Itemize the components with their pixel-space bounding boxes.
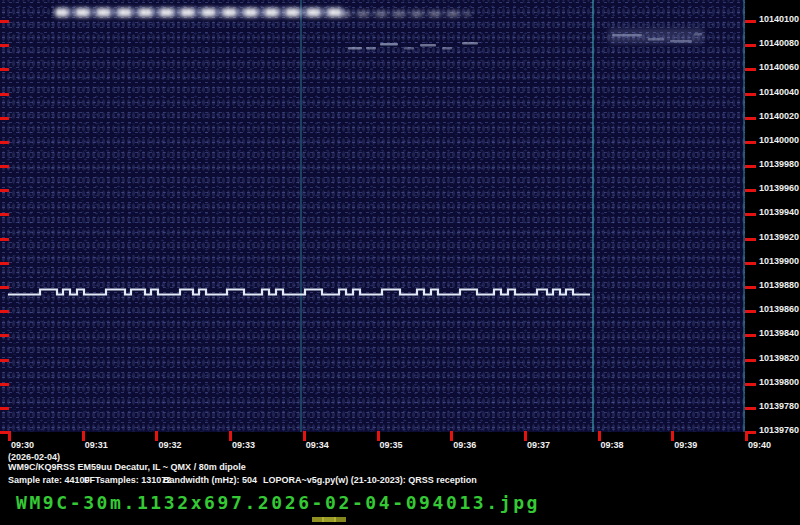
freq-tick-left bbox=[0, 68, 9, 71]
filename-caption: WM9C-30m.1132x697.2026-02-04-094013.jpg bbox=[16, 492, 540, 513]
fft-samples-label: FFTsamples: 131072 bbox=[84, 475, 171, 485]
freq-tick-left bbox=[0, 20, 9, 23]
freq-tick-label: 10139980 bbox=[759, 159, 799, 169]
date-label: (2026-02-04) bbox=[8, 452, 60, 462]
freq-tick-label: 10139900 bbox=[759, 256, 799, 266]
bandwidth-label: Bandwidth (mHz): 504 bbox=[163, 475, 257, 485]
freq-tick-right bbox=[745, 189, 756, 192]
time-tick-label: 09:30 bbox=[11, 440, 34, 450]
freq-tick-left bbox=[0, 117, 9, 120]
weak-cw-dash bbox=[380, 43, 398, 45]
weak-cw-dash bbox=[462, 42, 478, 44]
freq-tick-left bbox=[0, 93, 9, 96]
freq-tick-right bbox=[745, 213, 756, 216]
strong-carrier-smear bbox=[55, 8, 345, 17]
freq-tick-left bbox=[0, 262, 9, 265]
freq-tick-left bbox=[0, 238, 9, 241]
weak-cw-dash bbox=[348, 47, 362, 49]
freq-tick-right bbox=[745, 68, 756, 71]
freq-tick-label: 10140040 bbox=[759, 87, 799, 97]
time-tick-label: 09:39 bbox=[674, 440, 697, 450]
freq-tick-label: 10139920 bbox=[759, 232, 799, 242]
freq-tick-right bbox=[745, 310, 756, 313]
time-tick-label: 09:33 bbox=[232, 440, 255, 450]
weak-cw-dash bbox=[442, 47, 452, 49]
time-tick-label: 09:31 bbox=[85, 440, 108, 450]
freq-tick-label: 10139820 bbox=[759, 353, 799, 363]
freq-tick-left bbox=[0, 286, 9, 289]
freq-tick-right bbox=[745, 238, 756, 241]
freq-tick-left bbox=[0, 407, 9, 410]
freq-tick-left bbox=[0, 44, 9, 47]
signal-traces bbox=[0, 0, 745, 432]
main-fsk-cw-trace bbox=[8, 290, 590, 295]
freq-tick-label: 10139860 bbox=[759, 304, 799, 314]
software-version-label: LOPORA~v5g.py(w) (21-10-2023): QRSS rece… bbox=[263, 475, 477, 485]
freq-tick-left bbox=[0, 310, 9, 313]
weak-signal-smear bbox=[608, 28, 704, 44]
freq-tick-right bbox=[745, 407, 756, 410]
strong-carrier-smear-tail bbox=[340, 11, 470, 17]
freq-tick-left bbox=[0, 213, 9, 216]
time-tick-label: 09:38 bbox=[601, 440, 624, 450]
freq-tick-right bbox=[745, 359, 756, 362]
freq-tick-right bbox=[745, 117, 756, 120]
freq-tick-label: 10140020 bbox=[759, 111, 799, 121]
freq-tick-left bbox=[0, 334, 9, 337]
freq-tick-right bbox=[745, 334, 756, 337]
time-tick-label: 09:37 bbox=[527, 440, 550, 450]
freq-tick-right bbox=[745, 141, 756, 144]
freq-tick-label: 10140080 bbox=[759, 38, 799, 48]
time-tick-label: 09:35 bbox=[380, 440, 403, 450]
freq-tick-label: 10140060 bbox=[759, 62, 799, 72]
spectrogram-plot bbox=[0, 0, 745, 432]
freq-tick-label: 10139840 bbox=[759, 328, 799, 338]
highlight-artifact-bar bbox=[312, 517, 346, 522]
freq-tick-label: 10139880 bbox=[759, 280, 799, 290]
freq-tick-right bbox=[745, 262, 756, 265]
time-tick-label: 09:32 bbox=[158, 440, 181, 450]
time-tick-label: 09:40 bbox=[748, 440, 771, 450]
weak-cw-dash bbox=[404, 47, 414, 49]
freq-tick-right bbox=[745, 383, 756, 386]
time-tick-label: 09:36 bbox=[453, 440, 476, 450]
freq-tick-label: 10140000 bbox=[759, 135, 799, 145]
freq-tick-label: 10139760 bbox=[759, 425, 799, 435]
weak-cw-dash bbox=[366, 47, 376, 49]
freq-tick-right bbox=[745, 286, 756, 289]
freq-tick-left bbox=[0, 141, 9, 144]
station-description: WM9C/KQ9RSS EM59uu Decatur, IL ~ QMX / 8… bbox=[8, 462, 246, 472]
freq-tick-label: 10139940 bbox=[759, 207, 799, 217]
freq-tick-right bbox=[745, 44, 756, 47]
freq-tick-label: 10139800 bbox=[759, 377, 799, 387]
freq-tick-label: 10139780 bbox=[759, 401, 799, 411]
freq-tick-right bbox=[745, 165, 756, 168]
freq-tick-label: 10139960 bbox=[759, 183, 799, 193]
freq-tick-left bbox=[0, 189, 9, 192]
freq-tick-label: 10140100 bbox=[759, 14, 799, 24]
weak-cw-dash bbox=[420, 44, 436, 46]
time-tick-label: 09:34 bbox=[306, 440, 329, 450]
freq-tick-left bbox=[0, 359, 9, 362]
sample-rate-label: Sample rate: 44100 bbox=[8, 475, 90, 485]
freq-tick-left bbox=[0, 165, 9, 168]
freq-tick-right bbox=[745, 20, 756, 23]
freq-tick-left bbox=[0, 383, 9, 386]
freq-tick-right bbox=[745, 93, 756, 96]
qrss-grabber-image: 1014010010140080101400601014004010140020… bbox=[0, 0, 800, 525]
